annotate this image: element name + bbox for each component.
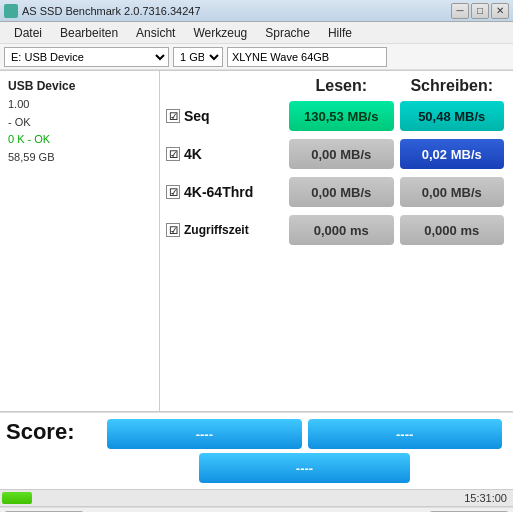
bottom-bar: Start Abbrechen <box>0 507 513 512</box>
bench-row-4k64: ☑ 4K-64Thrd 0,00 MB/s 0,00 MB/s <box>166 175 507 209</box>
device-select[interactable]: E: USB Device <box>4 47 169 67</box>
bench-zugriffszeit-read: 0,000 ms <box>289 215 394 245</box>
progress-bar <box>2 492 32 504</box>
checkbox-seq[interactable]: ☑ <box>166 109 180 123</box>
titlebar-title: AS SSD Benchmark 2.0.7316.34247 <box>4 4 201 18</box>
progress-area: 15:31:00 <box>0 489 513 507</box>
menu-bearbeiten[interactable]: Bearbeiten <box>52 24 126 42</box>
info-ok2: 0 K - OK <box>8 131 151 149</box>
score-row-bottom: ---- <box>102 453 507 483</box>
checkbox-zugriffszeit[interactable]: ☑ <box>166 223 180 237</box>
bench-row-4k: ☑ 4K 0,00 MB/s 0,02 MB/s <box>166 137 507 171</box>
menu-ansicht[interactable]: Ansicht <box>128 24 183 42</box>
app-title: AS SSD Benchmark 2.0.7316.34247 <box>22 5 201 17</box>
progress-time: 15:31:00 <box>464 492 507 504</box>
bench-label-zugriffszeit: ☑ Zugriffszeit <box>166 223 286 237</box>
info-size: 58,59 GB <box>8 149 151 167</box>
bench-seq-write: 50,48 MB/s <box>400 101 505 131</box>
score-area: Score: ---- ---- ---- <box>0 412 513 489</box>
score-label: Score: <box>6 419 96 445</box>
bench-write-header: Schreiben: <box>397 77 508 95</box>
bench-read-header: Lesen: <box>286 77 397 95</box>
score-buttons: ---- ---- ---- <box>102 419 507 483</box>
bench-label-seq: ☑ Seq <box>166 108 286 124</box>
maximize-button[interactable]: □ <box>471 3 489 19</box>
device-name-input[interactable] <box>227 47 387 67</box>
info-ok1: - OK <box>8 114 151 132</box>
info-version: 1.00 <box>8 96 151 114</box>
bench-4k64-read: 0,00 MB/s <box>289 177 394 207</box>
titlebar-controls: ─ □ ✕ <box>451 3 509 19</box>
bench-4k64-write: 0,00 MB/s <box>400 177 505 207</box>
checkbox-4k[interactable]: ☑ <box>166 147 180 161</box>
bench-label-spacer <box>166 77 286 95</box>
app-icon <box>4 4 18 18</box>
bench-row-zugriffszeit: ☑ Zugriffszeit 0,000 ms 0,000 ms <box>166 213 507 247</box>
titlebar: AS SSD Benchmark 2.0.7316.34247 ─ □ ✕ <box>0 0 513 22</box>
menu-sprache[interactable]: Sprache <box>257 24 318 42</box>
right-panel: Lesen: Schreiben: ☑ Seq 130,53 MB/s 50,4… <box>160 71 513 411</box>
menu-werkzeug[interactable]: Werkzeug <box>185 24 255 42</box>
left-panel: USB Device 1.00 - OK 0 K - OK 58,59 GB <box>0 71 160 411</box>
bench-seq-read: 130,53 MB/s <box>289 101 394 131</box>
close-button[interactable]: ✕ <box>491 3 509 19</box>
menu-datei[interactable]: Datei <box>6 24 50 42</box>
score-read-button[interactable]: ---- <box>107 419 301 449</box>
minimize-button[interactable]: ─ <box>451 3 469 19</box>
bench-row-seq: ☑ Seq 130,53 MB/s 50,48 MB/s <box>166 99 507 133</box>
bench-label-4k64: ☑ 4K-64Thrd <box>166 184 286 200</box>
score-row-top: ---- ---- <box>102 419 507 449</box>
menu-hilfe[interactable]: Hilfe <box>320 24 360 42</box>
size-select[interactable]: 1 GB <box>173 47 223 67</box>
bench-4k-read: 0,00 MB/s <box>289 139 394 169</box>
bench-4k-write: 0,02 MB/s <box>400 139 505 169</box>
bench-zugriffszeit-write: 0,000 ms <box>400 215 505 245</box>
bench-label-4k: ☑ 4K <box>166 146 286 162</box>
menubar: Datei Bearbeiten Ansicht Werkzeug Sprach… <box>0 22 513 44</box>
device-name: USB Device <box>8 77 151 96</box>
checkbox-4k64[interactable]: ☑ <box>166 185 180 199</box>
score-total-button[interactable]: ---- <box>199 453 410 483</box>
bench-header: Lesen: Schreiben: <box>166 77 507 95</box>
toolbar: E: USB Device 1 GB <box>0 44 513 70</box>
score-write-button[interactable]: ---- <box>308 419 502 449</box>
